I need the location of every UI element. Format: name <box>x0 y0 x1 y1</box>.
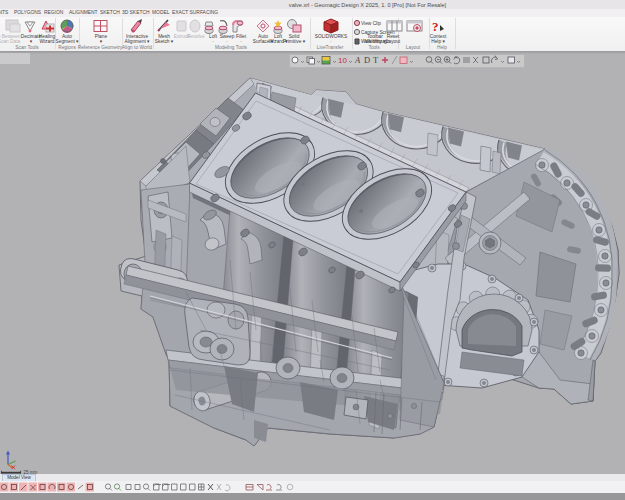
svg-text:?: ? <box>432 19 439 34</box>
svg-text:D: D <box>364 55 370 65</box>
svg-text:T: T <box>373 55 379 65</box>
svg-text:10: 10 <box>338 56 347 65</box>
svg-text:A: A <box>354 55 361 65</box>
